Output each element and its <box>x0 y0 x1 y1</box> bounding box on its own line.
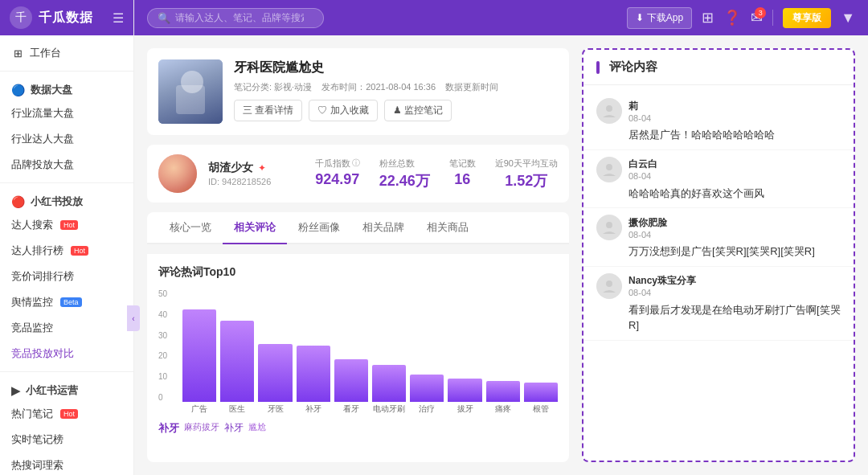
grid-icon-button[interactable]: ⊞ <box>702 9 714 27</box>
premium-button[interactable]: 尊享版 <box>783 8 831 28</box>
comment-avatar <box>596 215 622 240</box>
search-icon: 🔍 <box>158 12 170 24</box>
comment-avatar <box>596 157 622 182</box>
word-tag-1: 补牙 <box>158 421 179 436</box>
sidebar-label-workbench: 工作台 <box>30 46 61 60</box>
item-label: 行业达人大盘 <box>11 132 74 146</box>
avg-engagement-value: 1.52万 <box>495 171 558 190</box>
sidebar-item-industry-traffic[interactable]: 行业流量大盘 <box>0 100 133 126</box>
y-axis-labels: 0 10 20 30 40 50 <box>158 289 167 402</box>
top-bar: 🔍 ⬇ 下载App ⊞ ❓ ✉ 3 尊享版 ▼ <box>134 0 868 35</box>
logo-text: 千瓜数据 <box>39 10 93 27</box>
author-details: 胡渣少女 ✦ ID: 9428218526 <box>208 161 271 186</box>
sidebar-item-placement-mgmt[interactable]: 竞品投放对比 <box>0 341 133 366</box>
bar-label-医生: 医生 <box>220 403 254 415</box>
sidebar-section-workbench: ⊞ 工作台 <box>0 35 133 72</box>
help-icon-button[interactable]: ❓ <box>723 9 741 27</box>
qgua-info-icon[interactable]: ⓘ <box>352 158 360 169</box>
qgua-index-label: 千瓜指数 ⓘ <box>315 158 360 170</box>
tab-products[interactable]: 相关商品 <box>416 212 480 243</box>
sidebar-title-operations[interactable]: ▶ 小红书运营 <box>0 377 133 401</box>
sidebar-section-placement: 🔴 小红书投放 达人搜索 Hot 达人排行榜 Hot 竞价词排行榜 舆情监控 B… <box>0 183 133 372</box>
hot-badge3: Hot <box>60 409 78 419</box>
author-avatar <box>158 154 197 193</box>
sidebar-item-hot-search[interactable]: 热搜词理索 <box>0 452 133 475</box>
bar-看牙 <box>334 359 368 402</box>
item-label: 达人搜索 <box>11 218 53 232</box>
sidebar-item-realtime-notes[interactable]: 实时笔记榜 <box>0 427 133 452</box>
author-id: ID: 9428218526 <box>208 177 271 186</box>
dropdown-icon[interactable]: ▼ <box>841 10 855 27</box>
sidebar-collapse-button[interactable]: ‹ <box>127 305 140 331</box>
bar-chart <box>182 305 558 402</box>
bar-医生 <box>220 321 254 402</box>
notification-button[interactable]: ✉ 3 <box>751 9 763 27</box>
content-tabs: 核心一览 相关评论 粉丝画像 相关品牌 相关商品 <box>147 212 569 244</box>
sidebar-item-kol-search[interactable]: 达人搜索 Hot <box>0 212 133 238</box>
article-actions: 三 查看详情 ♡ 加入收藏 ♟ 监控笔记 <box>234 100 558 121</box>
comment-date: 08-04 <box>628 171 841 181</box>
monitor-note-button[interactable]: ♟ 监控笔记 <box>384 100 452 121</box>
sidebar-title-data-board[interactable]: 🔵 数据大盘 <box>0 76 133 100</box>
avatar-icon <box>601 103 617 119</box>
comment-date: 08-04 <box>628 230 841 240</box>
tab-brands[interactable]: 相关品牌 <box>351 212 416 243</box>
comment-text: 看到最后才发现是在给电动牙刷打广告啊[笑哭R] <box>628 302 841 334</box>
stat-avg-engagement: 近90天平均互动 1.52万 <box>495 158 558 190</box>
tab-comments[interactable]: 相关评论 <box>223 212 287 243</box>
search-input[interactable] <box>175 12 304 23</box>
sidebar-item-industry-kol[interactable]: 行业达人大盘 <box>0 126 133 152</box>
operations-icon: ▶ <box>11 384 20 397</box>
tab-core[interactable]: 核心一览 <box>158 212 223 243</box>
notification-count: 3 <box>755 7 766 18</box>
item-label: 竞品投放对比 <box>11 346 74 361</box>
bar-牙医 <box>258 344 292 402</box>
bar-补牙 <box>297 346 330 402</box>
sidebar-item-bid-rank[interactable]: 竞价词排行榜 <box>0 264 133 289</box>
bar-根管 <box>524 383 558 402</box>
comment-list: 莉 08-04 居然是广告！哈哈哈哈哈哈哈哈 白云白 08-04 哈哈哈哈真的好… <box>583 85 854 461</box>
bar-label-根管: 根管 <box>524 403 558 415</box>
comment-user-info: 撅你肥脸 08-04 <box>628 216 841 240</box>
bar-label-电动牙刷: 电动牙刷 <box>372 403 406 415</box>
author-card: 胡渣少女 ✦ ID: 9428218526 千瓜指数 ⓘ 924.97 粉丝 <box>147 145 569 203</box>
sidebar-title-placement[interactable]: 🔴 小红书投放 <box>0 188 133 212</box>
item-label: 行业流量大盘 <box>11 106 74 121</box>
bar-labels: 广告医生牙医补牙看牙电动牙刷治疗拔牙痛疼根管 <box>158 403 558 415</box>
sidebar-item-hot-notes[interactable]: 热门笔记 Hot <box>0 401 133 427</box>
bar-label-治疗: 治疗 <box>410 403 444 415</box>
main-content: 🔍 ⬇ 下载App ⊞ ❓ ✉ 3 尊享版 ▼ <box>134 0 868 475</box>
sidebar-item-sentiment[interactable]: 舆情监控 Beta <box>0 289 133 315</box>
search-box[interactable]: 🔍 <box>147 8 324 28</box>
bar-label-痛疼: 痛疼 <box>486 403 520 415</box>
stat-notes: 笔记数 16 <box>449 158 476 190</box>
sidebar-item-workbench[interactable]: ⊞ 工作台 <box>0 40 133 66</box>
add-favorite-button[interactable]: ♡ 加入收藏 <box>309 100 377 121</box>
tab-fans[interactable]: 粉丝画像 <box>287 212 351 243</box>
menu-icon[interactable]: ☰ <box>113 10 124 26</box>
article-title: 牙科医院尴尬史 <box>234 59 558 76</box>
item-label: 舆情监控 <box>11 295 53 309</box>
placement-icon: 🔴 <box>11 195 25 208</box>
left-panel: 牙科医院尴尬史 笔记分类: 影视·动漫 发布时间：2021-08-04 16:3… <box>147 48 569 462</box>
word-tag-2: 麻药拔牙 <box>184 421 219 436</box>
item-label: 竞价词排行榜 <box>11 269 74 284</box>
comment-item-1: 白云白 08-04 哈哈哈哈真的好喜欢这个画风 <box>583 150 854 209</box>
download-icon: ⬇ <box>636 12 644 23</box>
content-area: 牙科医院尴尬史 笔记分类: 影视·动漫 发布时间：2021-08-04 16:3… <box>134 35 868 475</box>
sidebar-section-operations: ▶ 小红书运营 热门笔记 Hot 实时笔记榜 热搜词理索 热搜榜 话题监测 热门… <box>0 372 133 475</box>
bar-label-牙医: 牙医 <box>258 403 292 415</box>
bar-label-拔牙: 拔牙 <box>448 403 481 415</box>
article-category: 笔记分类: 影视·动漫 <box>234 81 312 93</box>
word-cloud: 补牙 麻药拔牙 补牙 尴尬 <box>158 421 558 436</box>
bar-治疗 <box>410 375 444 402</box>
download-app-button[interactable]: ⬇ 下载App <box>627 7 692 29</box>
sidebar-item-competitor[interactable]: 竞品监控 <box>0 315 133 341</box>
article-thumbnail <box>158 59 223 124</box>
svg-point-3 <box>606 280 612 287</box>
view-detail-button[interactable]: 三 查看详情 <box>234 100 302 121</box>
sidebar-item-brand-placement[interactable]: 品牌投放大盘 <box>0 152 133 178</box>
sidebar-item-kol-rank[interactable]: 达人排行榜 Hot <box>0 238 133 264</box>
comment-item-2: 撅你肥脸 08-04 万万没想到是广告[笑哭R][笑哭R][笑哭R] <box>583 208 854 267</box>
comment-user-row: 莉 08-04 <box>596 98 841 124</box>
